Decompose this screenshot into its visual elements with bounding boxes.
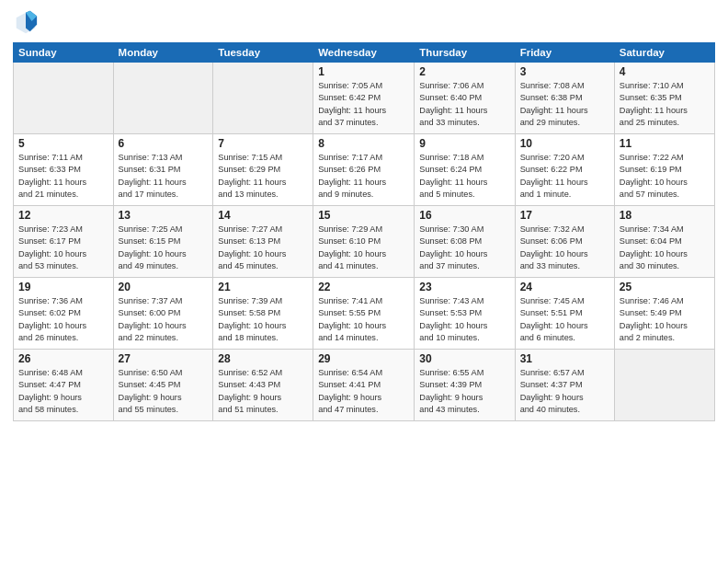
day-number: 25 bbox=[620, 281, 710, 293]
day-number: 30 bbox=[419, 352, 509, 365]
weekday-header: Sunday bbox=[14, 43, 114, 63]
day-number: 17 bbox=[520, 209, 609, 222]
day-info: Sunrise: 6:52 AM Sunset: 4:43 PM Dayligh… bbox=[218, 367, 308, 416]
calendar-week-row: 1Sunrise: 7:05 AM Sunset: 6:42 PM Daylig… bbox=[14, 63, 715, 134]
calendar-cell bbox=[113, 63, 213, 134]
calendar-cell: 24Sunrise: 7:45 AM Sunset: 5:51 PM Dayli… bbox=[515, 278, 614, 350]
calendar-cell: 21Sunrise: 7:39 AM Sunset: 5:58 PM Dayli… bbox=[213, 278, 313, 350]
day-info: Sunrise: 7:18 AM Sunset: 6:24 PM Dayligh… bbox=[419, 152, 509, 201]
weekday-header: Saturday bbox=[614, 43, 714, 63]
calendar-week-row: 26Sunrise: 6:48 AM Sunset: 4:47 PM Dayli… bbox=[14, 350, 715, 421]
calendar-cell bbox=[213, 63, 313, 134]
calendar-cell: 20Sunrise: 7:37 AM Sunset: 6:00 PM Dayli… bbox=[113, 278, 213, 350]
calendar-cell: 1Sunrise: 7:05 AM Sunset: 6:42 PM Daylig… bbox=[313, 63, 415, 134]
calendar-cell: 17Sunrise: 7:32 AM Sunset: 6:06 PM Dayli… bbox=[515, 206, 614, 278]
day-number: 6 bbox=[119, 137, 209, 150]
calendar-cell: 2Sunrise: 7:06 AM Sunset: 6:40 PM Daylig… bbox=[415, 63, 515, 134]
calendar-cell bbox=[14, 63, 114, 134]
day-number: 24 bbox=[520, 281, 609, 293]
day-number: 19 bbox=[18, 281, 108, 293]
day-number: 2 bbox=[419, 65, 509, 78]
day-number: 13 bbox=[119, 209, 209, 222]
weekday-header: Thursday bbox=[415, 43, 515, 63]
calendar-cell: 13Sunrise: 7:25 AM Sunset: 6:15 PM Dayli… bbox=[113, 206, 213, 278]
day-info: Sunrise: 7:17 AM Sunset: 6:26 PM Dayligh… bbox=[318, 152, 409, 201]
day-number: 1 bbox=[318, 65, 409, 78]
day-info: Sunrise: 6:55 AM Sunset: 4:39 PM Dayligh… bbox=[419, 367, 509, 416]
calendar-cell: 29Sunrise: 6:54 AM Sunset: 4:41 PM Dayli… bbox=[313, 350, 415, 421]
day-info: Sunrise: 7:29 AM Sunset: 6:10 PM Dayligh… bbox=[318, 224, 409, 272]
weekday-header-row: SundayMondayTuesdayWednesdayThursdayFrid… bbox=[14, 43, 715, 63]
logo bbox=[13, 9, 42, 35]
day-info: Sunrise: 7:36 AM Sunset: 6:02 PM Dayligh… bbox=[18, 295, 108, 344]
day-number: 12 bbox=[18, 209, 108, 222]
day-number: 27 bbox=[119, 352, 209, 365]
day-number: 23 bbox=[419, 281, 509, 293]
calendar-week-row: 12Sunrise: 7:23 AM Sunset: 6:17 PM Dayli… bbox=[14, 206, 715, 278]
calendar-cell: 6Sunrise: 7:13 AM Sunset: 6:31 PM Daylig… bbox=[113, 134, 213, 206]
logo-icon bbox=[13, 9, 39, 35]
day-info: Sunrise: 7:22 AM Sunset: 6:19 PM Dayligh… bbox=[620, 152, 710, 201]
day-info: Sunrise: 7:25 AM Sunset: 6:15 PM Dayligh… bbox=[119, 224, 209, 272]
day-info: Sunrise: 7:08 AM Sunset: 6:38 PM Dayligh… bbox=[520, 80, 609, 129]
day-info: Sunrise: 7:11 AM Sunset: 6:33 PM Dayligh… bbox=[18, 152, 108, 201]
day-info: Sunrise: 7:20 AM Sunset: 6:22 PM Dayligh… bbox=[520, 152, 609, 201]
day-info: Sunrise: 7:37 AM Sunset: 6:00 PM Dayligh… bbox=[119, 295, 209, 344]
day-number: 26 bbox=[18, 352, 108, 365]
weekday-header: Tuesday bbox=[213, 43, 313, 63]
calendar-cell: 28Sunrise: 6:52 AM Sunset: 4:43 PM Dayli… bbox=[213, 350, 313, 421]
day-info: Sunrise: 7:46 AM Sunset: 5:49 PM Dayligh… bbox=[620, 295, 710, 344]
day-info: Sunrise: 7:41 AM Sunset: 5:55 PM Dayligh… bbox=[318, 295, 409, 344]
calendar-cell: 8Sunrise: 7:17 AM Sunset: 6:26 PM Daylig… bbox=[313, 134, 415, 206]
day-info: Sunrise: 6:57 AM Sunset: 4:37 PM Dayligh… bbox=[520, 367, 609, 416]
header bbox=[13, 9, 715, 35]
calendar-cell: 5Sunrise: 7:11 AM Sunset: 6:33 PM Daylig… bbox=[14, 134, 114, 206]
calendar-cell: 30Sunrise: 6:55 AM Sunset: 4:39 PM Dayli… bbox=[415, 350, 515, 421]
calendar-cell: 19Sunrise: 7:36 AM Sunset: 6:02 PM Dayli… bbox=[14, 278, 114, 350]
day-info: Sunrise: 7:10 AM Sunset: 6:35 PM Dayligh… bbox=[620, 80, 710, 129]
calendar-cell bbox=[614, 350, 714, 421]
day-number: 3 bbox=[520, 65, 609, 78]
calendar-cell: 27Sunrise: 6:50 AM Sunset: 4:45 PM Dayli… bbox=[113, 350, 213, 421]
day-info: Sunrise: 7:15 AM Sunset: 6:29 PM Dayligh… bbox=[218, 152, 308, 201]
calendar: SundayMondayTuesdayWednesdayThursdayFrid… bbox=[13, 42, 715, 421]
day-number: 28 bbox=[218, 352, 308, 365]
day-info: Sunrise: 7:30 AM Sunset: 6:08 PM Dayligh… bbox=[419, 224, 509, 272]
day-number: 5 bbox=[18, 137, 108, 150]
weekday-header: Friday bbox=[515, 43, 614, 63]
day-number: 20 bbox=[119, 281, 209, 293]
day-number: 16 bbox=[419, 209, 509, 222]
calendar-cell: 14Sunrise: 7:27 AM Sunset: 6:13 PM Dayli… bbox=[213, 206, 313, 278]
calendar-cell: 31Sunrise: 6:57 AM Sunset: 4:37 PM Dayli… bbox=[515, 350, 614, 421]
calendar-cell: 22Sunrise: 7:41 AM Sunset: 5:55 PM Dayli… bbox=[313, 278, 415, 350]
day-info: Sunrise: 7:13 AM Sunset: 6:31 PM Dayligh… bbox=[119, 152, 209, 201]
calendar-cell: 16Sunrise: 7:30 AM Sunset: 6:08 PM Dayli… bbox=[415, 206, 515, 278]
calendar-cell: 15Sunrise: 7:29 AM Sunset: 6:10 PM Dayli… bbox=[313, 206, 415, 278]
day-info: Sunrise: 7:45 AM Sunset: 5:51 PM Dayligh… bbox=[520, 295, 609, 344]
day-info: Sunrise: 6:54 AM Sunset: 4:41 PM Dayligh… bbox=[318, 367, 409, 416]
day-info: Sunrise: 7:43 AM Sunset: 5:53 PM Dayligh… bbox=[419, 295, 509, 344]
day-number: 4 bbox=[620, 65, 710, 78]
day-info: Sunrise: 7:23 AM Sunset: 6:17 PM Dayligh… bbox=[18, 224, 108, 272]
calendar-cell: 4Sunrise: 7:10 AM Sunset: 6:35 PM Daylig… bbox=[614, 63, 714, 134]
day-info: Sunrise: 6:50 AM Sunset: 4:45 PM Dayligh… bbox=[119, 367, 209, 416]
day-number: 14 bbox=[218, 209, 308, 222]
day-number: 7 bbox=[218, 137, 308, 150]
weekday-header: Wednesday bbox=[313, 43, 415, 63]
day-number: 29 bbox=[318, 352, 409, 365]
calendar-cell: 10Sunrise: 7:20 AM Sunset: 6:22 PM Dayli… bbox=[515, 134, 614, 206]
day-number: 8 bbox=[318, 137, 409, 150]
day-info: Sunrise: 7:06 AM Sunset: 6:40 PM Dayligh… bbox=[419, 80, 509, 129]
day-number: 18 bbox=[620, 209, 710, 222]
calendar-cell: 18Sunrise: 7:34 AM Sunset: 6:04 PM Dayli… bbox=[614, 206, 714, 278]
calendar-cell: 11Sunrise: 7:22 AM Sunset: 6:19 PM Dayli… bbox=[614, 134, 714, 206]
calendar-week-row: 5Sunrise: 7:11 AM Sunset: 6:33 PM Daylig… bbox=[14, 134, 715, 206]
day-number: 22 bbox=[318, 281, 409, 293]
calendar-cell: 3Sunrise: 7:08 AM Sunset: 6:38 PM Daylig… bbox=[515, 63, 614, 134]
calendar-cell: 26Sunrise: 6:48 AM Sunset: 4:47 PM Dayli… bbox=[14, 350, 114, 421]
day-number: 9 bbox=[419, 137, 509, 150]
day-number: 15 bbox=[318, 209, 409, 222]
day-info: Sunrise: 7:39 AM Sunset: 5:58 PM Dayligh… bbox=[218, 295, 308, 344]
day-info: Sunrise: 7:27 AM Sunset: 6:13 PM Dayligh… bbox=[218, 224, 308, 272]
calendar-cell: 7Sunrise: 7:15 AM Sunset: 6:29 PM Daylig… bbox=[213, 134, 313, 206]
